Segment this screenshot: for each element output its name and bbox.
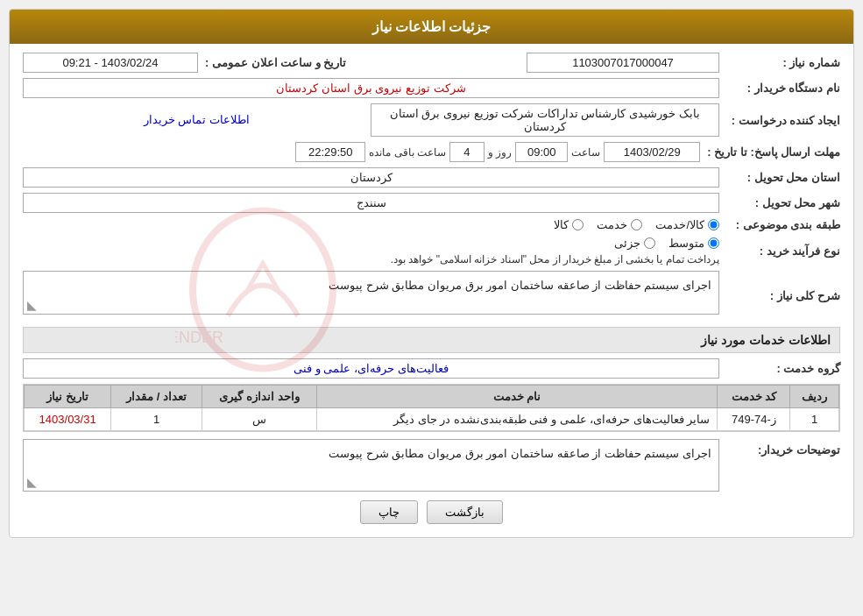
- services-table-container: ردیف کد خدمت نام خدمت واحد اندازه گیری ت…: [23, 384, 840, 432]
- general-desc-section-row: شرح کلی نیاز : اجرای سیستم حفاظت از صاعق…: [23, 271, 840, 320]
- category-label-kala: کالا: [554, 218, 569, 231]
- buyer-desc-box: اجرای سیستم حفاظت از صاعقه ساختمان امور …: [23, 439, 719, 492]
- col-header-unit: واحد اندازه گیری: [202, 386, 317, 408]
- process-radio-jozyi[interactable]: [644, 237, 655, 249]
- process-label-mutavasset: متوسط: [668, 237, 704, 250]
- category-radio-kala-khedmat[interactable]: [708, 219, 719, 230]
- table-header-row: ردیف کد خدمت نام خدمت واحد اندازه گیری ت…: [25, 386, 839, 408]
- announce-value: 1403/02/24 - 09:21: [23, 53, 198, 73]
- card-header: جزئیات اطلاعات نیاز: [10, 10, 853, 44]
- service-group-label: گروه خدمت :: [726, 362, 840, 375]
- cell-row-num: 1: [790, 408, 839, 431]
- general-desc-label: شرح کلی نیاز :: [726, 289, 840, 302]
- print-button[interactable]: چاپ: [360, 500, 418, 524]
- city-value: سنندج: [23, 193, 719, 213]
- category-radio-group: کالا/خدمت خدمت کالا: [23, 218, 719, 231]
- deadline-remaining-value: 22:29:50: [295, 142, 365, 162]
- category-option-khedmat[interactable]: خدمت: [597, 218, 642, 231]
- city-row: شهر محل تحویل : سنندج: [23, 193, 840, 213]
- province-label: استان محل تحویل :: [726, 171, 840, 184]
- need-number-row: شماره نیاز : 1103007017000047 تاریخ و سا…: [23, 53, 840, 73]
- deadline-remaining-label: ساعت باقی مانده: [369, 146, 446, 159]
- col-header-service-name: نام خدمت: [316, 386, 718, 408]
- deadline-label: مهلت ارسال پاسخ: تا تاریخ :: [707, 145, 840, 159]
- general-desc-box: اجرای سیستم حفاظت از صاعقه ساختمان امور …: [23, 271, 719, 315]
- need-number-label: شماره نیاز :: [726, 56, 840, 69]
- general-desc-text: اجرای سیستم حفاظت از صاعقه ساختمان امور …: [329, 279, 711, 292]
- category-label-kala-khedmat: کالا/خدمت: [655, 218, 704, 231]
- creator-label: ایجاد کننده درخواست :: [726, 114, 840, 127]
- category-row: طبقه بندی موضوعی : کالا/خدمت خدمت کالا: [23, 218, 840, 231]
- process-content: متوسط جزئی پرداخت تمام یا بخشی از مبلغ خ…: [23, 237, 719, 266]
- services-table: ردیف کد خدمت نام خدمت واحد اندازه گیری ت…: [24, 385, 839, 431]
- province-row: استان محل تحویل : کردستان: [23, 167, 840, 188]
- deadline-time-label: ساعت: [571, 146, 600, 159]
- deadline-days-value: 4: [449, 142, 485, 162]
- deadline-date-value: 1403/02/29: [604, 142, 700, 162]
- table-row: 1 ز-74-749 سایر فعالیت‌های حرفه‌ای، علمی…: [25, 408, 839, 431]
- table-body: 1 ز-74-749 سایر فعالیت‌های حرفه‌ای، علمی…: [25, 408, 839, 431]
- creator-link[interactable]: اطلاعات تماس خریدار: [23, 110, 371, 130]
- main-card: جزئیات اطلاعات نیاز RENDER شماره نیاز : …: [9, 9, 854, 538]
- card-body: RENDER شماره نیاز : 1103007017000047 تار…: [10, 44, 853, 537]
- col-header-row-num: ردیف: [790, 386, 839, 408]
- creator-value: بابک خورشیدی کارشناس تداراکات شرکت توزیع…: [371, 103, 720, 137]
- need-number-value: 1103007017000047: [527, 53, 719, 73]
- service-group-row: گروه خدمت : فعالیت‌های حرفه‌ای، علمی و ف…: [23, 358, 840, 379]
- page-title: جزئیات اطلاعات نیاز: [372, 19, 492, 34]
- category-radio-khedmat[interactable]: [631, 219, 642, 230]
- process-option-mutavasset[interactable]: متوسط: [668, 237, 719, 250]
- category-radio-kala[interactable]: [572, 219, 584, 230]
- process-label: نوع فرآیند خرید :: [726, 244, 840, 258]
- city-label: شهر محل تحویل :: [726, 196, 840, 209]
- buyer-resize-handle-icon[interactable]: ◣: [27, 475, 37, 489]
- process-description: پرداخت تمام یا بخشی از مبلغ خریدار از مح…: [23, 253, 719, 266]
- category-label: طبقه بندی موضوعی :: [726, 218, 840, 231]
- announce-label: تاریخ و ساعت اعلان عمومی :: [205, 56, 346, 69]
- cell-service-name: سایر فعالیت‌های حرفه‌ای، علمی و فنی طبقه…: [316, 408, 718, 431]
- category-label-khedmat: خدمت: [597, 218, 627, 231]
- cell-quantity: 1: [111, 408, 202, 431]
- category-option-kala-khedmat[interactable]: کالا/خدمت: [655, 218, 719, 231]
- process-label-jozyi: جزئی: [614, 237, 640, 250]
- process-option-jozyi[interactable]: جزئی: [614, 237, 655, 250]
- cell-date: 1403/03/31: [25, 408, 111, 431]
- col-header-service-code: کد خدمت: [718, 386, 790, 408]
- services-section-header: اطلاعات خدمات مورد نیاز: [23, 327, 840, 353]
- buttons-row: بازگشت چاپ: [23, 500, 840, 524]
- buyer-name-value: شرکت توزیع نیروی برق استان کردستان: [23, 78, 719, 98]
- buyer-desc-text: اجرای سیستم حفاظت از صاعقه ساختمان امور …: [329, 447, 711, 460]
- creator-row: ایجاد کننده درخواست : بابک خورشیدی کارشن…: [23, 103, 840, 137]
- resize-handle-icon[interactable]: ◣: [27, 298, 37, 312]
- col-header-date: تاریخ نیاز: [25, 386, 111, 408]
- buyer-desc-label: توضیحات خریدار:: [726, 439, 840, 457]
- process-row: نوع فرآیند خرید : متوسط جزئی پرداخت تمام…: [23, 237, 840, 266]
- process-radio-mutavasset[interactable]: [708, 237, 719, 249]
- buyer-name-row: نام دستگاه خریدار : شرکت توزیع نیروی برق…: [23, 78, 840, 98]
- cell-service-code: ز-74-749: [718, 408, 790, 431]
- service-group-value: فعالیت‌های حرفه‌ای، علمی و فنی: [23, 358, 719, 379]
- col-header-quantity: تعداد / مقدار: [111, 386, 202, 408]
- deadline-row: مهلت ارسال پاسخ: تا تاریخ : 1403/02/29 س…: [23, 142, 840, 162]
- category-option-kala[interactable]: کالا: [554, 218, 584, 231]
- page-wrapper: جزئیات اطلاعات نیاز RENDER شماره نیاز : …: [0, 0, 863, 616]
- cell-unit: س: [202, 408, 317, 431]
- province-value: کردستان: [23, 167, 719, 188]
- buyer-desc-row: توضیحات خریدار: اجرای سیستم حفاظت از صاع…: [23, 439, 840, 492]
- process-radio-group: متوسط جزئی: [23, 237, 719, 250]
- services-section-title: اطلاعات خدمات مورد نیاز: [701, 333, 831, 347]
- general-desc-content-wrapper: اجرای سیستم حفاظت از صاعقه ساختمان امور …: [23, 271, 719, 320]
- buyer-name-label: نام دستگاه خریدار :: [726, 81, 840, 95]
- deadline-time-value: 09:00: [515, 142, 568, 162]
- deadline-parts: 1403/02/29 ساعت 09:00 روز و 4 ساعت باقی …: [23, 142, 700, 162]
- deadline-day-label: روز و: [488, 146, 512, 159]
- back-button[interactable]: بازگشت: [427, 500, 503, 524]
